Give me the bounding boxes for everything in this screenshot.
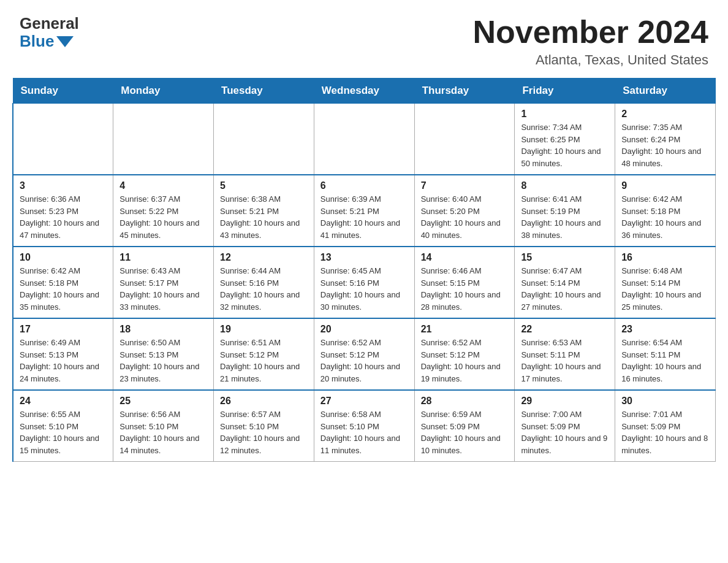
day-number: 27: [320, 396, 408, 407]
calendar-cell: 17Sunrise: 6:49 AMSunset: 5:13 PMDayligh…: [13, 318, 113, 390]
calendar-cell: 19Sunrise: 6:51 AMSunset: 5:12 PMDayligh…: [214, 318, 314, 390]
day-info: Sunrise: 6:40 AMSunset: 5:20 PMDaylight:…: [421, 193, 509, 241]
weekday-header-monday: Monday: [113, 79, 214, 104]
day-info: Sunrise: 6:42 AMSunset: 5:18 PMDaylight:…: [621, 193, 709, 241]
calendar-cell: 24Sunrise: 6:55 AMSunset: 5:10 PMDayligh…: [13, 390, 113, 462]
calendar-week-row: 24Sunrise: 6:55 AMSunset: 5:10 PMDayligh…: [13, 390, 716, 462]
day-number: 30: [621, 396, 709, 407]
day-info: Sunrise: 7:35 AMSunset: 6:24 PMDaylight:…: [621, 121, 709, 169]
calendar-cell: 10Sunrise: 6:42 AMSunset: 5:18 PMDayligh…: [13, 247, 113, 318]
calendar-cell: 28Sunrise: 6:59 AMSunset: 5:09 PMDayligh…: [414, 390, 515, 462]
day-info: Sunrise: 6:58 AMSunset: 5:10 PMDaylight:…: [320, 408, 408, 456]
day-info: Sunrise: 7:34 AMSunset: 6:25 PMDaylight:…: [521, 121, 609, 169]
day-number: 26: [220, 396, 308, 407]
calendar-cell: 22Sunrise: 6:53 AMSunset: 5:11 PMDayligh…: [515, 318, 615, 390]
day-info: Sunrise: 6:52 AMSunset: 5:12 PMDaylight:…: [320, 337, 408, 385]
day-number: 25: [119, 396, 207, 407]
weekday-header-row: SundayMondayTuesdayWednesdayThursdayFrid…: [13, 79, 716, 104]
calendar-cell: 4Sunrise: 6:37 AMSunset: 5:22 PMDaylight…: [113, 175, 214, 247]
day-number: 23: [621, 324, 709, 335]
weekday-header-thursday: Thursday: [414, 79, 515, 104]
calendar-cell: 18Sunrise: 6:50 AMSunset: 5:13 PMDayligh…: [113, 318, 214, 390]
calendar-cell: [214, 104, 314, 175]
day-info: Sunrise: 6:44 AMSunset: 5:16 PMDaylight:…: [220, 265, 308, 313]
calendar-week-row: 10Sunrise: 6:42 AMSunset: 5:18 PMDayligh…: [13, 247, 716, 318]
calendar-cell: 16Sunrise: 6:48 AMSunset: 5:14 PMDayligh…: [615, 247, 716, 318]
day-info: Sunrise: 6:47 AMSunset: 5:14 PMDaylight:…: [521, 265, 609, 313]
day-number: 15: [521, 252, 609, 263]
day-info: Sunrise: 6:38 AMSunset: 5:21 PMDaylight:…: [220, 193, 308, 241]
day-number: 19: [220, 324, 308, 335]
calendar-cell: 26Sunrise: 6:57 AMSunset: 5:10 PMDayligh…: [214, 390, 314, 462]
day-info: Sunrise: 6:54 AMSunset: 5:11 PMDaylight:…: [621, 337, 709, 385]
calendar-cell: 27Sunrise: 6:58 AMSunset: 5:10 PMDayligh…: [314, 390, 414, 462]
day-number: 17: [20, 324, 107, 335]
calendar-cell: [113, 104, 214, 175]
day-number: 14: [421, 252, 509, 263]
calendar-week-row: 3Sunrise: 6:36 AMSunset: 5:23 PMDaylight…: [13, 175, 716, 247]
calendar-cell: 25Sunrise: 6:56 AMSunset: 5:10 PMDayligh…: [113, 390, 214, 462]
day-number: 1: [521, 109, 609, 120]
calendar-table: SundayMondayTuesdayWednesdayThursdayFrid…: [12, 78, 716, 462]
day-number: 10: [20, 252, 107, 263]
calendar-cell: [13, 104, 113, 175]
day-info: Sunrise: 6:51 AMSunset: 5:12 PMDaylight:…: [220, 337, 308, 385]
calendar-cell: 7Sunrise: 6:40 AMSunset: 5:20 PMDaylight…: [414, 175, 515, 247]
day-info: Sunrise: 6:42 AMSunset: 5:18 PMDaylight:…: [20, 265, 107, 313]
day-number: 11: [119, 252, 207, 263]
weekday-header-saturday: Saturday: [615, 79, 716, 104]
logo: General Blue: [20, 15, 79, 50]
logo-triangle-icon: [56, 36, 74, 47]
day-info: Sunrise: 7:00 AMSunset: 5:09 PMDaylight:…: [521, 408, 609, 456]
logo-general-text: General: [20, 15, 79, 33]
day-number: 2: [621, 109, 709, 120]
day-info: Sunrise: 6:46 AMSunset: 5:15 PMDaylight:…: [421, 265, 509, 313]
calendar-cell: 15Sunrise: 6:47 AMSunset: 5:14 PMDayligh…: [515, 247, 615, 318]
calendar-cell: 21Sunrise: 6:52 AMSunset: 5:12 PMDayligh…: [414, 318, 515, 390]
day-number: 18: [119, 324, 207, 335]
day-number: 22: [521, 324, 609, 335]
calendar-cell: 30Sunrise: 7:01 AMSunset: 5:09 PMDayligh…: [615, 390, 716, 462]
calendar-cell: 12Sunrise: 6:44 AMSunset: 5:16 PMDayligh…: [214, 247, 314, 318]
calendar-cell: 5Sunrise: 6:38 AMSunset: 5:21 PMDaylight…: [214, 175, 314, 247]
calendar-cell: 29Sunrise: 7:00 AMSunset: 5:09 PMDayligh…: [515, 390, 615, 462]
weekday-header-wednesday: Wednesday: [314, 79, 414, 104]
day-info: Sunrise: 6:41 AMSunset: 5:19 PMDaylight:…: [521, 193, 609, 241]
day-number: 29: [521, 396, 609, 407]
day-number: 9: [621, 180, 709, 191]
title-section: November 2024 Atlanta, Texas, United Sta…: [473, 15, 708, 68]
calendar-cell: [314, 104, 414, 175]
calendar-cell: 23Sunrise: 6:54 AMSunset: 5:11 PMDayligh…: [615, 318, 716, 390]
day-number: 3: [20, 180, 107, 191]
weekday-header-friday: Friday: [515, 79, 615, 104]
day-info: Sunrise: 6:56 AMSunset: 5:10 PMDaylight:…: [119, 408, 207, 456]
calendar-cell: 3Sunrise: 6:36 AMSunset: 5:23 PMDaylight…: [13, 175, 113, 247]
logo-blue-text: Blue: [20, 33, 74, 50]
month-title: November 2024: [473, 15, 708, 50]
calendar-cell: 2Sunrise: 7:35 AMSunset: 6:24 PMDaylight…: [615, 104, 716, 175]
calendar-week-row: 1Sunrise: 7:34 AMSunset: 6:25 PMDaylight…: [13, 104, 716, 175]
weekday-header-sunday: Sunday: [13, 79, 113, 104]
day-info: Sunrise: 6:48 AMSunset: 5:14 PMDaylight:…: [621, 265, 709, 313]
day-number: 28: [421, 396, 509, 407]
calendar-cell: 1Sunrise: 7:34 AMSunset: 6:25 PMDaylight…: [515, 104, 615, 175]
day-number: 8: [521, 180, 609, 191]
day-info: Sunrise: 6:55 AMSunset: 5:10 PMDaylight:…: [20, 408, 107, 456]
location-title: Atlanta, Texas, United States: [473, 52, 708, 68]
day-info: Sunrise: 6:52 AMSunset: 5:12 PMDaylight:…: [421, 337, 509, 385]
day-number: 20: [320, 324, 408, 335]
day-number: 12: [220, 252, 308, 263]
day-info: Sunrise: 6:37 AMSunset: 5:22 PMDaylight:…: [119, 193, 207, 241]
calendar-cell: [414, 104, 515, 175]
calendar-cell: 6Sunrise: 6:39 AMSunset: 5:21 PMDaylight…: [314, 175, 414, 247]
day-info: Sunrise: 6:57 AMSunset: 5:10 PMDaylight:…: [220, 408, 308, 456]
day-info: Sunrise: 6:45 AMSunset: 5:16 PMDaylight:…: [320, 265, 408, 313]
calendar-cell: 11Sunrise: 6:43 AMSunset: 5:17 PMDayligh…: [113, 247, 214, 318]
day-number: 21: [421, 324, 509, 335]
calendar-cell: 14Sunrise: 6:46 AMSunset: 5:15 PMDayligh…: [414, 247, 515, 318]
calendar-week-row: 17Sunrise: 6:49 AMSunset: 5:13 PMDayligh…: [13, 318, 716, 390]
day-number: 5: [220, 180, 308, 191]
day-info: Sunrise: 6:49 AMSunset: 5:13 PMDaylight:…: [20, 337, 107, 385]
day-info: Sunrise: 6:53 AMSunset: 5:11 PMDaylight:…: [521, 337, 609, 385]
day-info: Sunrise: 6:43 AMSunset: 5:17 PMDaylight:…: [119, 265, 207, 313]
